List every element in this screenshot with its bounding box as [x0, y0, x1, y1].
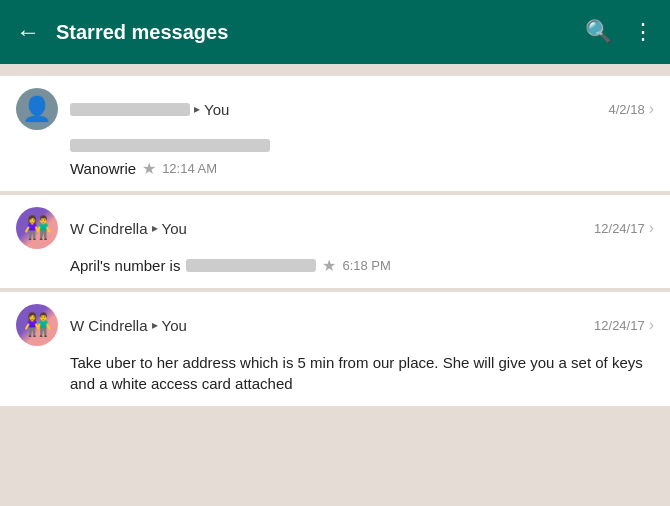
avatar: 👫	[16, 304, 58, 346]
chevron-right-icon: ›	[649, 100, 654, 118]
chevron-right-icon: ›	[649, 316, 654, 334]
header-actions: 🔍 ⋮	[585, 19, 654, 45]
blurred-phone	[186, 259, 316, 272]
list-item[interactable]: 👫 W Cindrella ▸ You 12/24/17 › Take uber…	[0, 292, 670, 406]
couple-icon: 👫	[24, 312, 51, 338]
message-prefix: April's number is	[70, 255, 180, 276]
star-icon: ★	[322, 256, 336, 275]
sender-you-label: You	[162, 317, 187, 334]
arrow-separator: ▸	[194, 102, 200, 116]
message-text-line: April's number is ★ 6:18 PM	[70, 255, 654, 276]
list-item[interactable]: 👤 ▸ You 4/2/18 › Wanowrie ★ 12:14 AM	[0, 76, 670, 191]
page-title: Starred messages	[56, 21, 569, 44]
blurred-content	[70, 139, 270, 152]
message-body: April's number is ★ 6:18 PM	[70, 255, 654, 276]
sender-you-label: You	[204, 101, 229, 118]
message-text-line: Wanowrie ★ 12:14 AM	[70, 158, 654, 179]
message-body: Take uber to her address which is 5 min …	[70, 352, 654, 394]
person-icon: 👤	[22, 95, 52, 123]
menu-button[interactable]: ⋮	[632, 19, 654, 45]
sender-info: W Cindrella ▸ You	[70, 317, 594, 334]
couple-icon: 👫	[24, 215, 51, 241]
back-icon: ←	[16, 18, 40, 46]
sender-you-label: You	[162, 220, 187, 237]
blurred-line	[70, 136, 654, 154]
message-body: Wanowrie ★ 12:14 AM	[70, 136, 654, 179]
message-list: 👤 ▸ You 4/2/18 › Wanowrie ★ 12:14 AM	[0, 64, 670, 418]
message-header: 👫 W Cindrella ▸ You 12/24/17 ›	[16, 304, 654, 346]
message-time: 6:18 PM	[342, 258, 390, 273]
sender-info: ▸ You	[70, 101, 609, 118]
star-icon: ★	[142, 159, 156, 178]
blurred-sender	[70, 103, 190, 116]
avatar: 👫	[16, 207, 58, 249]
list-item[interactable]: 👫 W Cindrella ▸ You 12/24/17 › April's n…	[0, 195, 670, 288]
back-button[interactable]: ←	[16, 18, 40, 46]
message-header: 👫 W Cindrella ▸ You 12/24/17 ›	[16, 207, 654, 249]
avatar: 👤	[16, 88, 58, 130]
sender-name: W Cindrella	[70, 220, 148, 237]
arrow-separator: ▸	[152, 318, 158, 332]
chevron-right-icon: ›	[649, 219, 654, 237]
message-text: Wanowrie	[70, 158, 136, 179]
app-header: ← Starred messages 🔍 ⋮	[0, 0, 670, 64]
message-header: 👤 ▸ You 4/2/18 ›	[16, 88, 654, 130]
message-date: 12/24/17 ›	[594, 219, 654, 237]
message-time: 12:14 AM	[162, 161, 217, 176]
message-date: 4/2/18 ›	[609, 100, 654, 118]
sender-name: W Cindrella	[70, 317, 148, 334]
sender-info: W Cindrella ▸ You	[70, 220, 594, 237]
message-date: 12/24/17 ›	[594, 316, 654, 334]
message-text: Take uber to her address which is 5 min …	[70, 352, 654, 394]
arrow-separator: ▸	[152, 221, 158, 235]
search-button[interactable]: 🔍	[585, 19, 612, 45]
